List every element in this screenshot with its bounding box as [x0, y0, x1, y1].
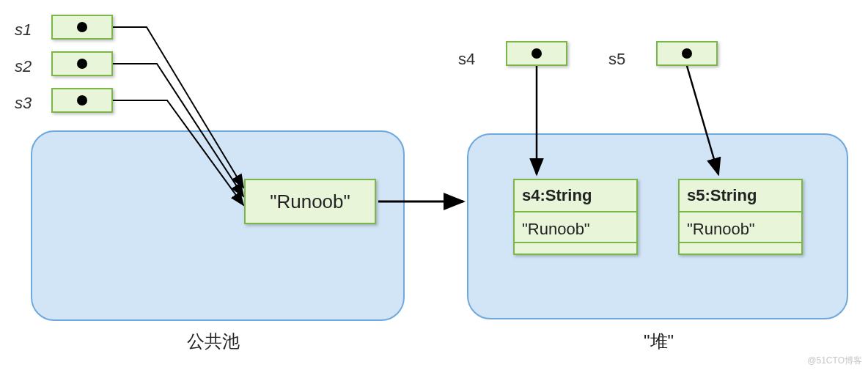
- heap-object-s4: s4:String "Runoob": [513, 179, 638, 255]
- ref-box-s5: [656, 41, 718, 66]
- diagram-root: s1 s2 s3 "Runoob" s4 s5 s4:String "Runoo…: [0, 0, 868, 370]
- heap-object-value: "Runoob": [680, 212, 801, 243]
- heap-object-footer: [680, 243, 801, 254]
- ref-box-s2: [51, 51, 113, 76]
- pool-caption: 公共池: [187, 330, 240, 353]
- heap-object-value: "Runoob": [515, 212, 636, 243]
- watermark-text: @51CTO博客: [807, 355, 862, 367]
- string-literal-box: "Runoob": [244, 179, 376, 224]
- ref-label-s4: s4: [458, 50, 475, 69]
- ref-box-s1: [51, 15, 113, 40]
- pool-container: [31, 130, 405, 321]
- string-literal-text: "Runoob": [270, 190, 350, 213]
- ref-box-s4: [506, 41, 567, 66]
- dot-icon: [77, 95, 87, 106]
- dot-icon: [77, 22, 87, 32]
- ref-label-s5: s5: [608, 50, 625, 69]
- ref-label-s2: s2: [15, 57, 32, 76]
- heap-object-header: s5:String: [680, 180, 801, 212]
- heap-object-footer: [515, 243, 636, 254]
- heap-object-s5: s5:String "Runoob": [678, 179, 803, 255]
- ref-box-s3: [51, 88, 113, 113]
- heap-caption: "堆": [644, 330, 674, 353]
- ref-label-s3: s3: [15, 94, 32, 113]
- ref-label-s1: s1: [15, 21, 32, 40]
- dot-icon: [77, 59, 87, 69]
- heap-object-header: s4:String: [515, 180, 636, 212]
- dot-icon: [532, 48, 542, 59]
- dot-icon: [682, 48, 692, 59]
